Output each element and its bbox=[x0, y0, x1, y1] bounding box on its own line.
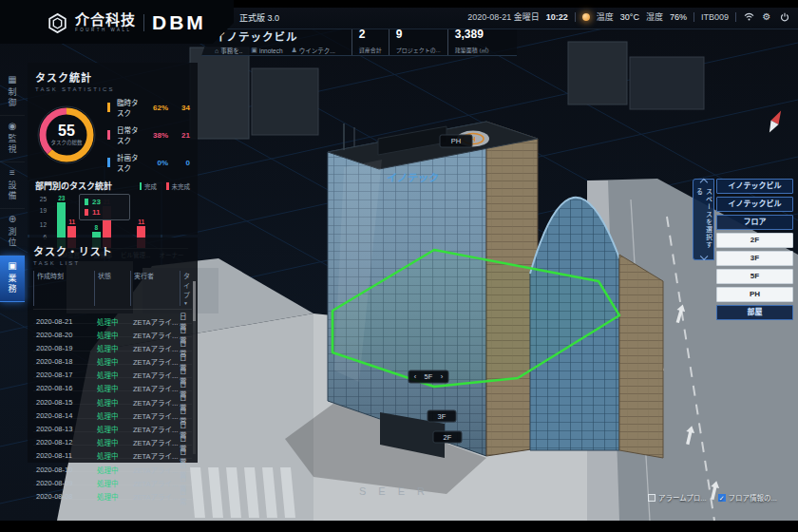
legend-marker bbox=[107, 158, 110, 167]
legend-label: 計画タスク bbox=[117, 152, 141, 173]
cell-executor: ZETAアライ... bbox=[130, 478, 180, 488]
column-header-タイプ[interactable]: タイプ ▼ bbox=[180, 271, 192, 306]
sidebar-item-label: 設備 bbox=[7, 180, 19, 201]
floor-button-PH[interactable]: PH bbox=[716, 287, 793, 302]
cell-status: 処理中 bbox=[94, 397, 130, 408]
cell-date: 2020-08-19 bbox=[33, 344, 94, 352]
sidebar-item-設備[interactable]: ≡設備 bbox=[0, 162, 25, 209]
building-stat-label: 資産合計 bbox=[359, 46, 382, 54]
power-icon[interactable] bbox=[779, 11, 790, 23]
camera-icon: ◉ bbox=[9, 122, 17, 131]
cell-status: 処理中 bbox=[94, 316, 130, 327]
building-tag: ⌂事務を.. bbox=[215, 46, 242, 55]
y-axis-tick: 25 bbox=[35, 196, 47, 202]
column-header-実行者[interactable]: 実行者 bbox=[130, 271, 180, 306]
sidebar-item-label: 制御 bbox=[7, 87, 19, 108]
building-stat-label: プロジェクトの... bbox=[396, 46, 441, 54]
task-table-header: 作成時刻状態実行者タイプ ▼ bbox=[33, 271, 192, 310]
tooltip-value: 11 bbox=[92, 208, 100, 217]
floor-button-フロア[interactable]: フロア bbox=[716, 215, 793, 230]
sidebar-item-label: 業務 bbox=[7, 274, 19, 294]
cell-status: 処理中 bbox=[94, 410, 130, 421]
cell-date: 2020-08-08 bbox=[33, 492, 94, 501]
floor-tag-ph[interactable]: PH bbox=[440, 135, 472, 147]
tooltip-value: 23 bbox=[92, 198, 101, 206]
floor-button-イノテックビル[interactable]: イノテックビル bbox=[716, 179, 793, 194]
sidebar-tabs: ▦制御◉監視≡設備⊕測位▣業務 bbox=[0, 69, 25, 302]
floor-button-部屋[interactable]: 部屋 bbox=[716, 305, 793, 320]
panel-title: タスク・リスト bbox=[33, 243, 192, 258]
floor-tag-5f[interactable]: ‹ 5F › bbox=[408, 370, 448, 383]
task-stats-panel: タスク統計 TASK STATISTICS 55 タスクの総数 臨時タスク62%… bbox=[28, 63, 198, 235]
svg-text:PH: PH bbox=[451, 137, 461, 145]
cell-executor: ZETAアライ... bbox=[130, 437, 180, 447]
cell-executor: ZETAアライ... bbox=[130, 410, 180, 421]
topbar-status-cluster: 2020-08-21 金曜日 10:22 温度 30°C 湿度 76% ITB0… bbox=[467, 10, 790, 23]
unchecked-checkbox-icon[interactable] bbox=[648, 494, 656, 502]
company-logo-icon bbox=[48, 13, 67, 33]
floor-button-2F[interactable]: 2F bbox=[716, 233, 793, 248]
floor-button-5F[interactable]: 5F bbox=[716, 269, 793, 284]
cell-executor: ZETAアライ... bbox=[130, 397, 180, 408]
cell-status: 処理中 bbox=[94, 424, 130, 434]
grid-icon: ▦ bbox=[8, 75, 16, 85]
bar-value-label: 11 bbox=[68, 218, 75, 225]
cell-executor: ZETAアライ... bbox=[130, 330, 180, 340]
chart-tooltip: 2311 bbox=[79, 194, 130, 220]
task-list-scrollbar[interactable] bbox=[193, 281, 196, 454]
legend-row: 日常タスク38%21 bbox=[107, 124, 190, 145]
sidebar-item-監視[interactable]: ◉監視 bbox=[0, 116, 25, 162]
doc-icon: ▣ bbox=[8, 261, 16, 271]
tooltip-row: 23 bbox=[85, 198, 124, 206]
cell-date: 2020-08-09 bbox=[33, 479, 94, 487]
cell-date: 2020-08-14 bbox=[33, 411, 94, 420]
gear-icon[interactable]: ⚙ bbox=[761, 11, 772, 23]
tooltip-marker bbox=[85, 199, 88, 205]
table-row[interactable]: 2020-08-21処理中ZETAアライ...日常 bbox=[33, 311, 192, 324]
sidebar-item-測位[interactable]: ⊕測位 bbox=[0, 209, 25, 256]
doc-icon: ▣ bbox=[251, 47, 257, 54]
checked-checkbox-icon[interactable]: ✓ bbox=[718, 494, 726, 502]
legend-percent: 38% bbox=[145, 131, 168, 140]
sidebar-item-制御[interactable]: ▦制御 bbox=[0, 69, 25, 116]
version-label: 正式版 3.0 bbox=[239, 11, 279, 24]
floor-selector-buttons: イノテックビルイノテックビルフロア2F3F5FPH部屋 bbox=[716, 179, 793, 320]
task-table-rows: 2020-08-21処理中ZETAアライ...日常2020-08-20処理中ZE… bbox=[33, 311, 192, 500]
cell-executor: ZETAアライ... bbox=[130, 343, 180, 353]
cell-status: 処理中 bbox=[94, 370, 130, 380]
column-header-作成時刻[interactable]: 作成時刻 bbox=[33, 271, 94, 306]
divider bbox=[694, 12, 694, 22]
cell-executor: ZETAアライ... bbox=[130, 383, 180, 393]
cell-date: 2020-08-12 bbox=[33, 438, 94, 446]
cell-date: 2020-08-10 bbox=[33, 466, 94, 474]
cell-status: 処理中 bbox=[94, 450, 130, 461]
floor-button-3F[interactable]: 3F bbox=[716, 251, 793, 266]
overlay-toggle-label: フロア情報の... bbox=[729, 492, 777, 503]
temp-label: 温度 bbox=[597, 10, 614, 23]
column-header-状態[interactable]: 状態 bbox=[94, 271, 130, 306]
chevron-down-icon bbox=[699, 253, 707, 260]
sidebar-item-業務[interactable]: ▣業務 bbox=[0, 256, 25, 302]
clock: 10:22 bbox=[546, 12, 568, 22]
sidebar-item-label: 監視 bbox=[7, 134, 19, 155]
overlay-toggle-フロア情報の...[interactable]: ✓フロア情報の... bbox=[718, 492, 777, 503]
overlay-toggle-アラームプロ...[interactable]: アラームプロ... bbox=[648, 492, 707, 503]
svg-text:2F: 2F bbox=[444, 433, 452, 442]
humidity-value: 76% bbox=[670, 12, 687, 22]
company-name: 介合科技 bbox=[75, 13, 136, 27]
floor-tag-2f[interactable]: 2F bbox=[433, 431, 462, 443]
floor-button-イノテックビル[interactable]: イノテックビル bbox=[716, 197, 793, 212]
cell-type: 日常 bbox=[180, 485, 192, 506]
floor-tag-3f[interactable]: 3F bbox=[428, 410, 456, 422]
seer-watermark: S E E R bbox=[359, 485, 429, 497]
dept-chart-legend: 完成未完成 bbox=[140, 181, 191, 191]
cell-date: 2020-08-20 bbox=[33, 331, 94, 339]
y-axis-tick: 19 bbox=[35, 207, 47, 214]
weather-sun-icon bbox=[582, 13, 590, 21]
building-stat-value: 9 bbox=[396, 29, 403, 40]
space-selector-tab[interactable]: スペースを選択する bbox=[693, 179, 714, 260]
dept-legend-label: 完成 bbox=[144, 181, 157, 191]
wifi-icon[interactable] bbox=[743, 11, 754, 23]
legend-percent: 62% bbox=[145, 104, 168, 112]
cell-executor: ZETAアライ... bbox=[130, 370, 180, 380]
